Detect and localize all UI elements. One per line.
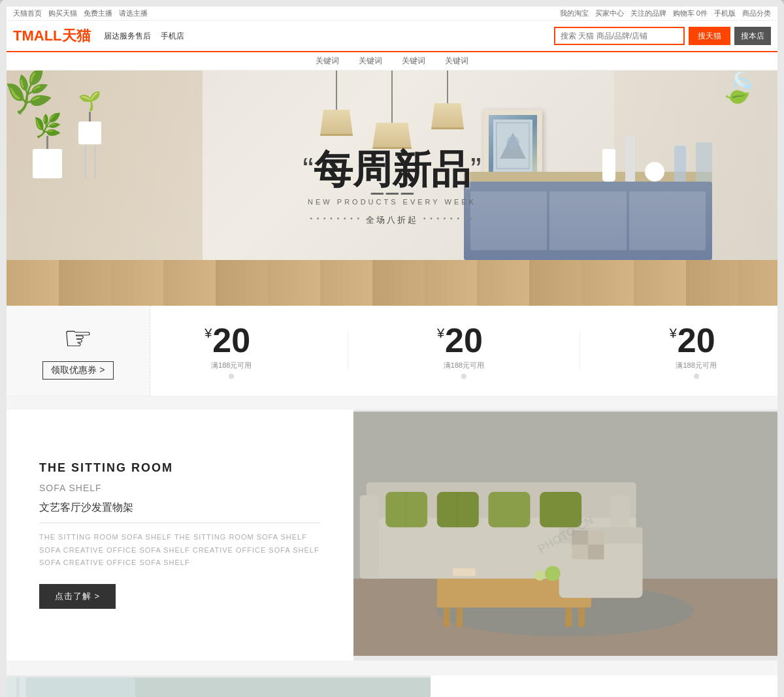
svg-point-31 [534, 570, 545, 581]
nav2-keyword4[interactable]: 关键词 [445, 56, 468, 67]
decor-tall-vase [625, 136, 635, 182]
coupon-sup-3: ¥ [670, 327, 677, 340]
main-content: 🌿 🌱 🌿 🍃 [7, 71, 777, 697]
lamp-3 [431, 71, 464, 149]
sideboard-drawers [464, 182, 712, 260]
plant-short: 🌱 [78, 90, 101, 178]
svg-point-2 [506, 136, 519, 149]
product-1-btn[interactable]: 点击了解 > [39, 584, 116, 609]
drawer-2 [549, 191, 626, 250]
topbar-mytaobao-link[interactable]: 我的淘宝 [560, 8, 589, 18]
coupon-collect-button[interactable]: 领取优惠券 > [42, 361, 113, 380]
section-divider-1 [7, 397, 777, 410]
topbar-mobile-link[interactable]: 手机版 [714, 8, 736, 18]
topbar-buyer-link[interactable]: 买家中心 [595, 8, 624, 18]
coupon-items-list: ¥ 20 满188元可用 ¥ 20 满188元可用 [150, 306, 777, 396]
topbar-anchor-link[interactable]: 请选主播 [119, 8, 148, 18]
product-1-title-cn: 文艺客厅沙发置物架 [39, 501, 321, 523]
search-tmall-button[interactable]: 搜天猫 [689, 27, 730, 45]
sideboard-decor [602, 136, 712, 182]
lamp-2 [372, 71, 412, 149]
topbar-broadcast-link[interactable]: 免费主播 [84, 8, 112, 18]
hanging-lamps [320, 71, 464, 149]
topbar-left: 天猫首页 购买天猫 免费主播 请选主播 [13, 8, 148, 18]
coupon-divider-1 [348, 331, 348, 370]
svg-rect-28 [588, 545, 604, 560]
product-1-desc: THE SITTING ROOM SOFA SHELF THE SITTING … [39, 531, 321, 570]
tmall-logo[interactable]: TMALL天猫 [13, 26, 91, 46]
tmall-header: TMALL天猫 届达服务售后 手机店 搜天猫 搜本店 [7, 21, 777, 52]
hero-discount-row: • • • • • • • • 全场八折起 • • • • • • • • [302, 211, 481, 226]
topbar-buy-link[interactable]: 购买天猫 [48, 8, 77, 18]
svg-rect-8 [578, 608, 585, 627]
search-area: 搜天猫 搜本店 [554, 27, 771, 45]
hero-text: “ 每周新品 ” NEW PRODUCTS EVERY WEEK • • • •… [302, 150, 481, 226]
nav-mobile[interactable]: 手机店 [161, 31, 184, 42]
coupon-item-1[interactable]: ¥ 20 满188元可用 [211, 323, 252, 379]
topbar-home-link[interactable]: 天猫首页 [13, 8, 42, 18]
coupon-condition-1: 满188元可用 [211, 361, 252, 370]
tmall-topbar: 天猫首页 购买天猫 免费主播 请选主播 我的淘宝 买家中心 关注的品牌 购物车 … [7, 7, 777, 21]
quote-left: “ [302, 157, 314, 183]
svg-rect-23 [540, 492, 581, 527]
product-1-title-en: THE SITTING ROOM [39, 461, 321, 475]
search-input[interactable] [554, 27, 685, 45]
dots-left: • • • • • • • • [310, 215, 361, 222]
sideboard [464, 182, 712, 260]
decor-round-vase [645, 162, 664, 182]
coupon-condition-3: 满188元可用 [676, 361, 716, 370]
product-1-image: PHOTO.CN [353, 410, 777, 660]
svg-rect-22 [489, 492, 531, 527]
svg-rect-9 [456, 608, 463, 627]
secondary-nav: 关键词 关键词 关键词 关键词 [7, 52, 777, 71]
product-1-subtitle-en: SOFA SHELF [39, 483, 321, 493]
svg-rect-58 [16, 677, 20, 697]
coupon-sup-1: ¥ [204, 327, 212, 340]
coupon-collect-area: ☞ 领取优惠券 > [7, 306, 150, 396]
coupon-item-2[interactable]: ¥ 20 满188元可用 [444, 323, 484, 379]
svg-rect-27 [572, 530, 588, 545]
plant-tall: 🌿 [33, 112, 62, 178]
drawer-3 [629, 191, 706, 250]
product-1-info: THE SITTING ROOM SOFA SHELF 文艺客厅沙发置物架 TH… [7, 410, 353, 660]
coupon-item-3[interactable]: ¥ 20 满188元可用 [676, 323, 716, 379]
svg-point-30 [545, 566, 561, 581]
nav2-keyword3[interactable]: 关键词 [402, 56, 425, 67]
hero-wave [302, 193, 481, 195]
hero-title-row: “ 每周新品 ” [302, 150, 481, 189]
decor-white-vase [602, 149, 615, 182]
product-2-info: THE SITTING ROOM SOFA SHELF 文艺客厅沙发置物架 TH… [431, 675, 777, 697]
topbar-category-link[interactable]: 商品分类 [742, 8, 771, 18]
drawer-1 [470, 191, 547, 250]
coupon-sup-2: ¥ [437, 327, 444, 340]
nav2-keyword2[interactable]: 关键词 [359, 56, 382, 67]
topbar-brands-link[interactable]: 关注的品牌 [630, 8, 666, 18]
svg-rect-10 [566, 608, 572, 627]
topbar-right: 我的淘宝 买家中心 关注的品牌 购物车 0件 手机版 商品分类 [560, 8, 771, 18]
coupon-condition-2: 满188元可用 [444, 361, 484, 370]
coupon-amount-2: ¥ 20 [445, 323, 483, 357]
topbar-cart-link[interactable]: 购物车 0件 [673, 8, 708, 18]
svg-rect-16 [360, 495, 380, 579]
section-divider-2 [7, 660, 777, 673]
tmall-header-nav: 届达服务售后 手机店 [104, 31, 541, 42]
hero-discount: 全场八折起 [366, 214, 418, 226]
coupon-dot-1 [229, 374, 234, 379]
coupon-dot-3 [694, 374, 699, 379]
tmall-logo-text: TMALL天猫 [13, 26, 91, 46]
coupon-amount-1: ¥ 20 [212, 323, 250, 357]
nav2-keyword1[interactable]: 关键词 [316, 56, 339, 67]
product-2-image: PHOTO.CN [7, 675, 431, 697]
coupon-section: ☞ 领取优惠券 > ¥ 20 满188元可用 ¥ 20 [7, 306, 777, 397]
coupon-divider-2 [580, 331, 580, 370]
picture-frame [483, 110, 542, 182]
nav-service[interactable]: 届达服务售后 [104, 31, 151, 42]
decor-glass-2 [696, 142, 712, 182]
search-store-button[interactable]: 搜本店 [734, 27, 771, 45]
coupon-dot-2 [461, 374, 466, 379]
frame-content [489, 115, 537, 176]
quote-right: ” [470, 162, 482, 178]
hero-floor [7, 260, 777, 306]
lamp-1 [320, 71, 353, 149]
coupon-hand-icon: ☞ [63, 322, 93, 355]
